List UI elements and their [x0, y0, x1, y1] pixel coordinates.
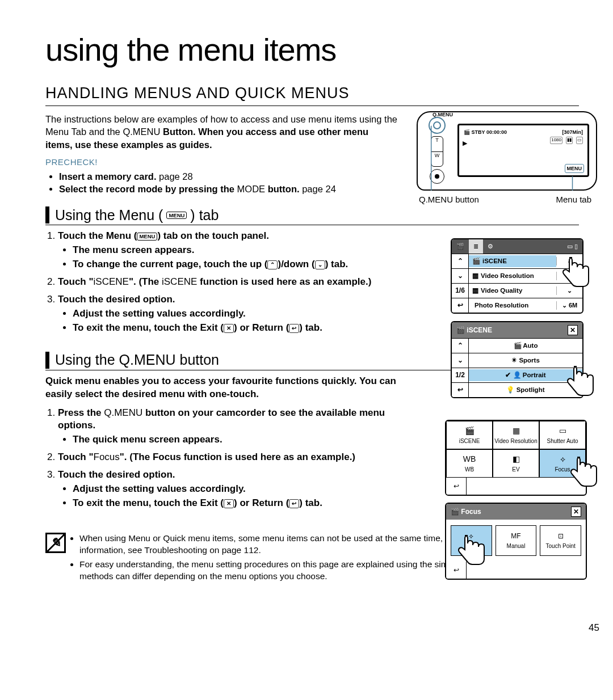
row-nav: ↩	[452, 298, 469, 313]
row-nav: ⌄	[452, 269, 469, 283]
qmenu-steps: Quick menu enables you to access your fa…	[45, 375, 397, 510]
row-chevron: ⌄ 6M	[556, 301, 582, 310]
figure-menu-list: 🎬 ≣ ⚙ ▭ ▯ ⌃ 🎬iSCENE ⌄⌄ ▦Video Resolution…	[451, 238, 583, 314]
q2a: Touch "	[58, 452, 94, 462]
figure-iscene-list: 🎬 iSCENE ✕ ⌃ 🎬 Auto⌄ ✴ Sports1/2 ✔ 👤 Por…	[451, 321, 583, 398]
s2scene2: iSCENE	[162, 276, 197, 287]
return-icon: ↩	[289, 324, 299, 333]
camcorder-screen: 🎬 STBY 00:00:00 [307Min] 1080 ▮▮ ▭ ▶ MEN…	[457, 124, 589, 177]
dur: [307Min]	[562, 129, 583, 136]
menu-pill-icon: MENU	[166, 212, 187, 220]
s3b1: To exit the menu, touch the Exit (	[73, 322, 224, 333]
card-icon: ▭	[576, 137, 583, 144]
focus-cell: ⟡Auto	[451, 525, 492, 556]
return-icon: ↩	[446, 478, 467, 495]
exit-icon: ✕	[224, 499, 234, 508]
return-icon: ↩	[446, 562, 467, 579]
sub-heading-qmenu: Using the Q.MENU button	[55, 351, 219, 370]
s2a: Touch "	[58, 276, 94, 287]
return-icon: ↩	[289, 499, 299, 508]
tab-video-icon: 🎬	[452, 239, 469, 254]
step-2: Touch "iSCENE". (The iSCENE function is …	[58, 276, 397, 289]
q-step-1a: The quick menu screen appears.	[73, 433, 397, 446]
s2scene: iSCENE	[94, 276, 129, 287]
time: 00:00:00	[486, 129, 507, 135]
s2c: function is used here as an example.)	[197, 276, 371, 287]
step-1b: To change the current page, touch the up…	[73, 258, 397, 271]
note-icon: ✎	[45, 533, 66, 553]
precheck2-ref: page 24	[302, 184, 336, 194]
zoom-rocker-icon: T W	[431, 136, 443, 167]
s1b2: )/down (	[278, 259, 314, 269]
q3: Touch the desired option.	[58, 469, 175, 480]
qmenu-intro: Quick menu enables you to access your fa…	[45, 375, 397, 401]
s1b1: To change the current page, touch the up…	[73, 259, 267, 269]
row-label: 🎬 Auto	[469, 340, 582, 352]
menu-row: ⌃ 🎬iSCENE ⌄	[452, 254, 582, 268]
row-label: 🎬iSCENE	[469, 255, 556, 268]
q2b: ". (The Focus function is used here as a…	[120, 452, 355, 462]
s1a: Touch the Menu (	[58, 230, 137, 241]
s3b2: ) or Return (	[234, 322, 289, 333]
row-nav: ↩	[452, 383, 469, 397]
q3b2: ) or Return (	[234, 497, 289, 508]
focus-title: Focus	[461, 508, 481, 516]
q3b3: ) tab.	[299, 497, 322, 508]
row-label: ▦Video Quality	[469, 285, 556, 297]
precheck-item-2: Select the record mode by pressing the M…	[59, 183, 400, 195]
step-1: Touch the Menu (MENU) tab on the touch p…	[58, 230, 397, 271]
menu-tab-steps: Touch the Menu (MENU) tab on the touch p…	[45, 230, 397, 335]
s1b: ) tab on the touch panel.	[157, 230, 268, 241]
row-nav: ⌄	[452, 353, 469, 368]
row-nav: ⌃	[452, 254, 469, 268]
menu-row: ⌄ ▦Video Resolution ⌄	[452, 268, 582, 283]
play-icon: ▶	[463, 139, 467, 147]
down-icon: ⌄	[315, 260, 325, 269]
focus-cell: ⊡Touch Point	[540, 525, 581, 556]
q-step-2: Touch "Focus". (The Focus function is us…	[58, 451, 397, 464]
tab-gear-icon: ⚙	[483, 239, 498, 254]
iscene-row: ↩ 💡 Spotlight	[452, 382, 582, 397]
intro-b: Q.MENU	[123, 126, 160, 137]
qmenu-button-icon	[429, 117, 446, 134]
precheck2-code: MODE	[237, 184, 266, 194]
menu-pill-icon: MENU	[137, 233, 157, 241]
q1a: Press the	[58, 407, 104, 418]
label-menutab: Menu tab	[556, 194, 591, 205]
precheck2-a: Select the record mode by pressing the	[59, 184, 237, 194]
figure-quick-menu: 🎬iSCENE▦Video Resolution▭Shutter AutoWBW…	[445, 420, 587, 496]
record-button-icon	[430, 169, 444, 184]
q3b1: To exit the menu, touch the Exit (	[73, 497, 224, 508]
step-3: Touch the desired option. Adjust the set…	[58, 293, 397, 335]
row-nav: ⌃	[452, 339, 469, 353]
section-heading: HANDLING MENUS AND QUICK MENUS	[45, 83, 579, 106]
step-1a: The menu screen appears.	[73, 244, 397, 257]
iscene-title: iSCENE	[467, 326, 492, 334]
precheck1-main: Insert a memory card.	[59, 171, 157, 182]
row-label: ✴ Sports	[469, 355, 582, 367]
q2code: Focus	[94, 452, 120, 462]
s3b3: ) tab.	[299, 322, 322, 333]
menu-row: 1/6 ▦Video Quality ⌄	[452, 283, 582, 298]
camcorder-body: Q.MENU T W 🎬 STBY 00:00:00 [307Min] 1080…	[417, 111, 597, 191]
focus-cell: MFManual	[496, 525, 537, 556]
row-label: 💡 Spotlight	[469, 384, 582, 397]
page-number: 45	[589, 622, 599, 635]
s2b: ". (The	[129, 276, 162, 287]
tab-list-icon: ≣	[469, 239, 483, 254]
sub1-b: ) tab	[190, 206, 219, 225]
row-label: ▦Video Resolution	[469, 270, 556, 282]
s3: Touch the desired option.	[58, 294, 175, 305]
iscene-row: ⌄ ✴ Sports	[452, 353, 582, 368]
menu-tab-icon: MENU	[565, 164, 585, 173]
iscene-row: ⌃ 🎬 Auto	[452, 338, 582, 353]
batt-icon: ▮▮	[566, 137, 573, 144]
step-3a: Adjust the setting values accordingly.	[73, 307, 397, 321]
zoom-w: W	[431, 152, 443, 167]
iscene-row: 1/2 ✔ 👤 Portrait	[452, 368, 582, 382]
quick-cell: ◧EV	[493, 449, 539, 478]
row-chevron: ⌄	[556, 257, 582, 265]
q1code: Q.MENU	[104, 407, 142, 418]
q-step-3a: Adjust the setting values accordingly.	[73, 483, 397, 496]
s1b3: ) tab.	[325, 259, 349, 269]
